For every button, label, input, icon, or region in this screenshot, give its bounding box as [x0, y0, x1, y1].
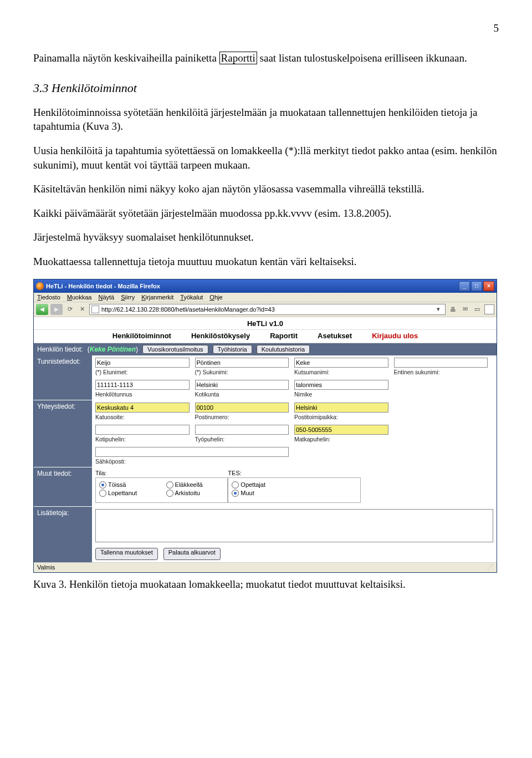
- person-name: Keke Pöntinen: [90, 345, 136, 353]
- row-label: Tunnistetiedot:: [34, 355, 92, 400]
- field-label: Sähköposti:: [95, 458, 289, 465]
- toolbar: ◄ ► ⟳ ✕ http://62.142.130.228:8080/hetli…: [34, 302, 497, 317]
- firefox-icon: [36, 282, 44, 290]
- field-label: Kotikunta: [195, 391, 289, 398]
- p1a: Painamalla näytön keskivaiheilla painike…: [33, 52, 219, 64]
- app-title: HeTLi v1.0: [34, 317, 497, 329]
- reset-button[interactable]: Palauta alkuarvot: [163, 548, 221, 560]
- chevron-down-icon[interactable]: ▾: [437, 306, 443, 313]
- row-label: Muut tiedot:: [34, 467, 92, 506]
- henkilotunnus-input[interactable]: [95, 380, 190, 390]
- paragraph-1: Painamalla näytön keskivaiheilla painike…: [33, 51, 499, 65]
- kotikunta-input[interactable]: [195, 380, 289, 390]
- entinen-sukunimi-input[interactable]: [394, 358, 488, 368]
- radio-muut[interactable]: Muut: [232, 490, 356, 497]
- figure-caption: Kuva 3. Henkilön tietoja muokataan lomak…: [33, 577, 499, 592]
- tila-label: Tila:: [95, 470, 228, 476]
- menu-item[interactable]: Näytä: [98, 294, 114, 301]
- forward-button[interactable]: ►: [50, 304, 63, 315]
- paragraph-7: Muokattaessa tallennettuja tietoja muutt…: [33, 255, 499, 269]
- menu-item[interactable]: Ohje: [209, 294, 222, 301]
- menu-item[interactable]: Työkalut: [180, 294, 203, 301]
- logout-link[interactable]: Kirjaudu ulos: [372, 332, 418, 340]
- stop-icon[interactable]: ✕: [77, 304, 87, 314]
- raportti-box: Raportti: [219, 52, 257, 64]
- row-label-empty: [34, 546, 92, 562]
- radio-opettajat[interactable]: Opettajat: [232, 481, 356, 489]
- radio-toissa[interactable]: Töissä: [99, 481, 158, 489]
- nav-link[interactable]: Raportit: [270, 332, 298, 340]
- matkapuhelin-input[interactable]: [294, 425, 388, 435]
- field-label: Kutsumanimi:: [294, 369, 388, 375]
- radio-icon: [232, 481, 239, 489]
- maximize-button[interactable]: □: [471, 281, 482, 291]
- tyopuhelin-input[interactable]: [195, 425, 289, 435]
- paragraph-3: Uusia henkilöitä ja tapahtumia syötettäe…: [33, 144, 499, 172]
- save-button[interactable]: Tallenna muutokset: [95, 548, 158, 560]
- form-area: Tunnistetiedot: (*) Etunimet: (*) Sukuni…: [34, 355, 497, 562]
- app-nav: Henkilötoiminnot Henkilöstökysely Raport…: [34, 329, 497, 343]
- mail-icon[interactable]: ✉: [460, 304, 470, 314]
- postinumero-input[interactable]: [195, 403, 289, 413]
- url-bar[interactable]: http://62.142.130.228:8080/hetli/asetaHe…: [89, 304, 446, 315]
- menu-item[interactable]: Kirjanmerkit: [141, 294, 173, 301]
- section-bar: Henkilön tiedot: (Keke Pöntinen) Vuosiko…: [34, 343, 497, 355]
- nav-link[interactable]: Henkilötoiminnot: [112, 332, 171, 340]
- titlebar: HeTLi - Henkilön tiedot - Mozilla Firefo…: [34, 279, 497, 293]
- paragraph-6: Järjestelmä hyväksyy suomalaiset henkilö…: [33, 230, 499, 245]
- field-label: (*) Etunimet:: [95, 369, 190, 375]
- field-label: Entinen sukunimi:: [394, 369, 488, 375]
- postitoimipaikka-input[interactable]: [294, 403, 388, 413]
- menu-item[interactable]: Tiedosto: [37, 294, 60, 301]
- field-label: (*) Sukunimi:: [195, 369, 289, 375]
- section-label: Henkilön tiedot:: [37, 345, 83, 353]
- radio-lopettanut[interactable]: Lopettanut: [99, 490, 158, 497]
- pill-button[interactable]: Vuosikorotusilmoitus: [142, 345, 208, 354]
- radio-elakkeella[interactable]: Eläkkeellä: [166, 481, 224, 489]
- window-icon[interactable]: ▭: [472, 304, 482, 314]
- radio-icon: [99, 481, 106, 489]
- menubar: Tiedosto Muokkaa Näytä Siirry Kirjanmerk…: [34, 293, 497, 302]
- menu-item[interactable]: Muokkaa: [67, 294, 92, 301]
- search-box[interactable]: [484, 304, 494, 314]
- p1b: saat listan tulostuskelpoisena erillisee…: [257, 52, 467, 64]
- kutsumanimi-input[interactable]: [294, 358, 388, 368]
- etunimet-input[interactable]: [95, 358, 190, 368]
- katuosoite-input[interactable]: [95, 403, 190, 413]
- pill-button[interactable]: Työhistoria: [213, 345, 252, 354]
- radio-icon: [232, 490, 239, 497]
- radio-arkistoitu[interactable]: Arkistoitu: [166, 490, 224, 497]
- pill-button[interactable]: Koulutushistoria: [257, 345, 310, 354]
- nav-link[interactable]: Henkilöstökysely: [191, 332, 250, 340]
- print-icon[interactable]: 🖶: [448, 304, 458, 314]
- radio-icon: [166, 490, 173, 497]
- radio-icon: [166, 481, 173, 489]
- row-label: Yhteystiedot:: [34, 400, 92, 467]
- nav-link[interactable]: Asetukset: [318, 332, 352, 340]
- field-label: Henkilötunnus: [95, 391, 190, 398]
- url-text: http://62.142.130.228:8080/hetli/asetaHe…: [101, 306, 434, 313]
- page-icon: [91, 306, 99, 313]
- row-muut-tiedot: Muut tiedot: Tila: Töissä Eläkkeellä Lop…: [34, 467, 497, 507]
- sahkoposti-input[interactable]: [95, 447, 289, 457]
- field-label: Työpuhelin:: [195, 436, 289, 442]
- lisatietoja-textarea[interactable]: [95, 509, 493, 542]
- back-button[interactable]: ◄: [36, 304, 48, 315]
- nimike-input[interactable]: [294, 380, 388, 390]
- paragraph-2: Henkilötoiminnoissa syötetään henkilöitä…: [33, 105, 499, 134]
- menu-item[interactable]: Siirry: [121, 294, 135, 301]
- close-button[interactable]: ×: [483, 281, 494, 291]
- row-label: Lisätietoja:: [34, 507, 92, 546]
- row-tunnistetiedot: Tunnistetiedot: (*) Etunimet: (*) Sukuni…: [34, 355, 497, 400]
- sukunimi-input[interactable]: [195, 358, 289, 368]
- minimize-button[interactable]: _: [459, 281, 470, 291]
- tes-radio-group: Opettajat Muut: [232, 480, 356, 500]
- row-yhteystiedot: Yhteystiedot: Katuosoite: Postinumero: P…: [34, 400, 497, 467]
- reload-icon[interactable]: ⟳: [65, 304, 75, 314]
- status-text: Valmis: [37, 564, 55, 571]
- page-number: 5: [33, 22, 499, 34]
- resize-grip-icon[interactable]: ⋰: [487, 564, 493, 571]
- statusbar: Valmis ⋰: [34, 562, 497, 572]
- kotipuhelin-input[interactable]: [95, 425, 190, 435]
- row-actions: Tallenna muutokset Palauta alkuarvot: [34, 546, 497, 562]
